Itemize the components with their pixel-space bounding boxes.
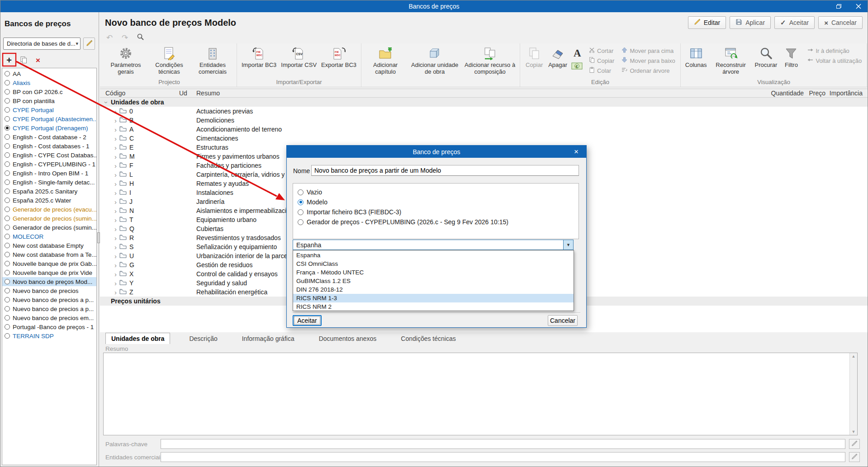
radio-icon[interactable] [5,107,10,113]
database-list-item[interactable]: English - Single-family detac... [2,178,96,187]
column-importancia[interactable]: Importância [829,90,868,97]
radio-icon[interactable] [5,234,10,239]
entities-input[interactable] [161,452,845,462]
radio-icon[interactable] [5,198,10,203]
database-list-item[interactable]: AA [2,69,96,78]
database-list-item[interactable]: English - Intro Open BIM - 1 [2,169,96,178]
colunas-button[interactable]: Colunas [683,44,709,70]
database-list-item[interactable]: Nouvelle banque de prix Gab... [2,259,96,268]
add-database-button[interactable]: + [4,55,14,65]
database-list-item[interactable]: BP con GP 2026.c [2,87,96,96]
radio-icon[interactable] [5,279,10,284]
database-list-item[interactable]: Nuevo banco de precios a p... [2,304,96,313]
database-list-item[interactable]: CYPE Portugal [2,105,96,114]
copiar-mini-button[interactable]: Copiar [587,56,616,65]
directory-dropdown[interactable]: Directoria de bases de d... ▾ [3,38,81,50]
radio-icon[interactable] [5,80,10,85]
dialog-radio-option[interactable]: Vazio [298,187,579,197]
combo-option[interactable]: GuBIMClass 1.2 ES [293,277,574,285]
restore-window-icon[interactable] [832,1,845,11]
expand-icon[interactable]: › [114,262,117,269]
scroll-up-icon[interactable]: ▲ [852,354,856,359]
cortar-button[interactable]: Cortar [587,46,616,55]
radio-icon[interactable] [298,209,304,215]
radio-icon[interactable] [298,189,304,195]
expand-icon[interactable]: › [114,171,117,178]
radio-icon[interactable] [5,306,10,311]
dialog-radio-option[interactable]: Gerador de preços - CYPEPLUMBING (2026.c… [298,217,579,227]
expand-icon[interactable]: › [114,280,117,287]
radio-icon[interactable] [298,199,304,205]
radio-icon[interactable] [5,252,10,257]
filtro-button[interactable]: Filtro [779,44,803,70]
resumo-scrollbar[interactable]: ▲ ▼ [849,353,857,435]
expand-icon[interactable]: › [114,189,117,196]
radio-icon[interactable] [5,270,10,275]
ir-a-definicao-button[interactable]: Ir à definição [806,46,863,55]
bottom-tab[interactable]: Documentos anexos [313,333,382,344]
dialog-radio-option[interactable]: Modelo [298,197,579,207]
tree-row[interactable]: › C Cimentaciones [100,134,868,143]
font-style-button[interactable]: A [572,46,583,61]
apagar-button[interactable]: Apagar [546,44,569,70]
sidebar-splitter[interactable] [97,232,100,243]
radio-icon[interactable] [5,243,10,248]
combo-option[interactable]: Espanha [293,251,574,259]
exportar-bc3-button[interactable]: FIEBDC Exportar BC3 [319,44,359,70]
radio-icon[interactable] [5,161,10,167]
database-list-item[interactable]: Novo banco de preços Mod... [2,277,96,286]
column-codigo[interactable]: Código [100,90,179,97]
combo-option[interactable]: DIN 276 2018-12 [293,285,574,294]
database-list-item[interactable]: Nuevo banco de precios em... [2,313,96,322]
radio-icon[interactable] [5,152,10,158]
radio-icon[interactable] [5,125,10,131]
dialog-cancel-button[interactable]: Cancelar [548,315,578,326]
database-list-item[interactable]: CYPE Portugal (Abastecimen... [2,114,96,123]
radio-icon[interactable] [5,89,10,94]
adicionar-capitulo-button[interactable]: Adicionar capítulo [364,44,407,76]
mover-para-cima-button[interactable]: Mover para cima [620,46,677,55]
radio-icon[interactable] [5,170,10,176]
delete-database-button[interactable]: × [33,55,43,65]
database-list-item[interactable]: English - CYPE Cost Databas... [2,151,96,160]
collapse-icon[interactable]: › [103,101,110,104]
combo-option[interactable]: CSI OmniClass [293,259,574,268]
resumo-textarea[interactable]: ▲ ▼ [103,353,858,435]
expand-icon[interactable]: › [114,271,117,278]
database-list-item[interactable]: CYPE Portugal (Drenagem) [2,123,96,132]
expand-icon[interactable]: › [114,135,117,142]
database-list-item[interactable]: English - Cost database - 2 [2,132,96,142]
database-list-item[interactable]: Nuevo banco de precios [2,286,96,295]
database-list-item[interactable]: España 2025.c Sanitary [2,187,96,196]
bottom-tab[interactable]: Unidades de obra [105,333,170,344]
radio-icon[interactable] [5,98,10,104]
condicoes-tecnicas-button[interactable]: Condições técnicas [147,44,191,76]
money-button[interactable]: € [571,62,583,71]
database-list-item[interactable]: Generador de precios (sumin... [2,214,96,223]
expand-icon[interactable]: › [114,235,117,241]
tree-row[interactable]: › B Demoliciones [100,116,868,125]
aplicar-button[interactable]: Aplicar [730,16,771,29]
scroll-down-icon[interactable]: ▼ [852,429,856,434]
expand-icon[interactable]: › [114,144,117,151]
database-list-item[interactable]: MOLECOR [2,232,96,241]
tree-row[interactable]: › A Acondicionamiento del terreno [100,125,868,134]
expand-icon[interactable]: › [114,289,117,296]
radio-icon[interactable] [5,134,10,140]
copy-database-button[interactable] [19,55,28,65]
radio-icon[interactable] [5,116,10,122]
column-preco[interactable]: Preço [806,90,829,97]
radio-icon[interactable] [5,143,10,149]
keywords-input[interactable] [161,439,845,449]
radio-icon[interactable] [5,261,10,266]
dialog-close-icon[interactable]: × [570,146,583,158]
aceitar-button[interactable]: ✓ Aceitar [774,16,815,29]
importar-bc3-button[interactable]: FIEBDC Importar BC3 [239,44,279,70]
combo-option[interactable]: RICS NRM 2 [293,302,574,311]
database-list-item[interactable]: New cost database from a Te... [2,250,96,259]
classification-combobox[interactable]: Espanha ▾ [293,240,574,250]
expand-icon[interactable]: › [114,180,117,187]
expand-icon[interactable]: › [114,108,117,115]
column-resumo[interactable]: Resumo [196,90,765,97]
adicionar-recurso-button[interactable]: Adicionar recurso à composição [462,44,517,76]
